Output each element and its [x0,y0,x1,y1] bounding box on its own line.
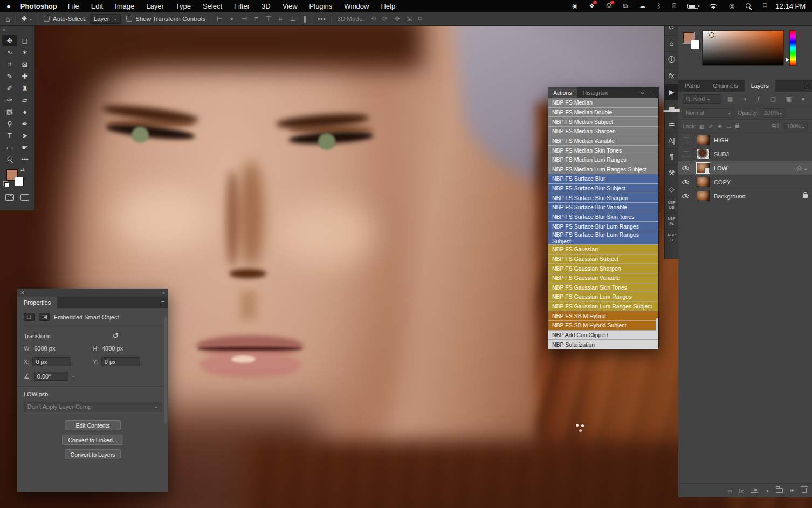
3d-roll-icon[interactable]: ⟳ [382,15,388,23]
convert-to-linked-button[interactable]: Convert to Linked... [62,435,123,445]
battery-icon[interactable] [687,4,698,9]
action-button[interactable]: NBP FS Median Skin Tones [548,146,658,155]
layer-name[interactable]: SUBJ [714,151,808,157]
filter-shape-icon[interactable]: ▢ [770,95,775,102]
nbp-us-panel-icon[interactable]: NBP US [665,197,678,213]
h-value[interactable]: 4000 px [102,345,123,352]
hand-tool[interactable]: ☛ [17,141,32,153]
layer-name[interactable]: LOW [714,165,796,171]
libraries-panel-icon[interactable]: ⌂ [665,35,678,51]
menu-item[interactable]: Type [176,2,191,10]
3d-pan-icon[interactable]: ✥ [394,15,400,23]
action-button[interactable]: NBP FS Median Lum Ranges Subject [548,164,658,174]
fill-value[interactable]: 100%⌄ [784,122,808,131]
collapse-icon[interactable]: « [162,290,165,296]
frame-tool[interactable]: ⊠ [17,58,32,70]
character-panel-icon[interactable]: A| [665,132,678,148]
layer-thumbnail[interactable] [697,191,710,201]
gradient-tool[interactable]: ▧ [2,106,17,118]
action-button[interactable]: NBP FS Median [548,98,658,107]
sidecar-window-icon[interactable]: ⌻ [672,2,676,10]
properties-panel-icon[interactable]: ≔ [665,116,678,132]
panel-tab[interactable]: Histogram [577,87,614,98]
align-top-icon[interactable]: ⊤ [266,15,271,23]
layer-thumbnail[interactable] [697,135,710,145]
filter-pixel-icon[interactable]: ▦ [727,95,733,102]
layer-name[interactable]: Background [714,193,803,200]
lock-artboard-icon[interactable]: ▭ [726,123,731,129]
action-button[interactable]: NBP FS Median Sharpen [548,127,658,136]
apple-menu-icon[interactable]: ● [6,2,11,10]
action-button[interactable]: NBP FS Median Double [548,108,658,117]
3d-panel-icon[interactable]: ◇ [665,181,678,197]
expand-icon[interactable]: » [637,87,648,98]
menu-item[interactable]: File [68,2,79,10]
auto-select-checkbox[interactable] [44,16,50,22]
x-input[interactable]: 0 px [32,357,71,366]
menu-item[interactable]: Layer [146,2,164,10]
more-options-icon[interactable]: ••• [318,16,326,22]
action-button[interactable]: NBP FS Surface Blur Subject [548,184,658,193]
action-button[interactable]: NBP FS Gaussian Subject [548,255,658,264]
panel-menu-icon[interactable]: ≡ [801,80,812,92]
tab-properties[interactable]: Properties [17,297,57,308]
align-center-v-icon[interactable]: ⌗ [279,15,283,23]
layer-row[interactable]: COPY ◎ ⌄ [678,175,812,189]
filter-adjustment-icon[interactable]: ◑ [743,95,747,102]
lasso-tool[interactable]: ∿ [2,46,17,58]
bluetooth-icon[interactable]: ᛒ [657,2,660,10]
w-value[interactable]: 6000 px [34,345,55,352]
angle-input[interactable]: 0.00° [34,372,68,381]
convert-to-layers-button[interactable]: Convert to Layers [65,449,121,459]
path-select-tool[interactable]: ➤ [17,129,32,141]
display-lock-icon[interactable]: ⧉ [623,2,628,10]
y-input[interactable]: 0 px [101,357,140,366]
action-button[interactable]: NBP FS Surface Blur Sharpen [548,193,658,202]
pen-tool[interactable]: ✒ [17,118,32,129]
user-account-icon[interactable]: ◎ [729,2,734,10]
distribute-h-icon[interactable]: ≡ [254,15,258,23]
menu-item[interactable]: Image [115,2,134,10]
menu-item[interactable]: 3D [262,2,271,10]
actions-panel-icon[interactable]: ▶ [665,84,678,100]
history-brush-tool[interactable]: ✑ [2,94,17,106]
show-transform-checkbox[interactable] [126,16,132,22]
menu-item[interactable]: Help [381,2,395,10]
panel-menu-icon[interactable]: ≡ [157,297,168,308]
nbp-lz-panel-icon[interactable]: NBP Lz [665,229,678,245]
wifi-icon[interactable] [710,3,718,9]
lock-pixels-icon[interactable]: ✐ [709,123,713,129]
visibility-toggle[interactable] [678,133,693,147]
visibility-toggle[interactable] [678,189,693,203]
zoom-tool[interactable] [2,153,17,165]
brush-tool[interactable]: ✐ [2,82,17,94]
hue-slider-arrow[interactable] [786,58,789,62]
action-button[interactable]: NBP FS SB M Hybrid [548,311,658,320]
eraser-tool[interactable]: ▱ [17,94,32,106]
chevron-down-icon[interactable]: ⌄ [72,374,75,379]
onedrive-cloud-icon[interactable]: ☁ [639,2,645,10]
action-button[interactable]: NBP FS Gaussian Sharpen [548,264,658,273]
tool-presets-panel-icon[interactable]: ⚒ [665,164,678,181]
marquee-tool[interactable]: ◻ [17,35,32,46]
home-icon[interactable]: ⌂ [5,15,10,23]
control-center-icon[interactable]: ⌸ [763,2,767,10]
layer-styles-panel-icon[interactable]: fx [665,67,678,84]
action-button[interactable]: NBP Solarization [548,340,658,349]
3d-orbit-icon[interactable]: ⟲ [370,15,376,23]
screen-mode-button[interactable] [20,194,29,201]
align-center-h-icon[interactable]: ⌖ [230,15,233,23]
scrollbar[interactable] [164,316,167,424]
delete-layer-icon[interactable] [802,488,807,494]
panel-tab[interactable]: Layers [745,80,775,92]
menu-item[interactable]: Window [344,2,369,10]
visibility-toggle[interactable] [678,147,693,161]
lock-position-icon[interactable]: ✥ [718,123,722,129]
menu-item[interactable]: Edit [91,2,103,10]
align-bottom-icon[interactable]: ⊥ [290,15,295,23]
blend-mode-dropdown[interactable]: Normal⌄ [683,108,734,118]
smart-object-mask-icon[interactable] [39,313,50,321]
filter-dot-icon[interactable]: ● [801,95,805,102]
clone-stamp-tool[interactable]: ♜ [17,82,32,94]
menu-item[interactable]: View [283,2,298,10]
